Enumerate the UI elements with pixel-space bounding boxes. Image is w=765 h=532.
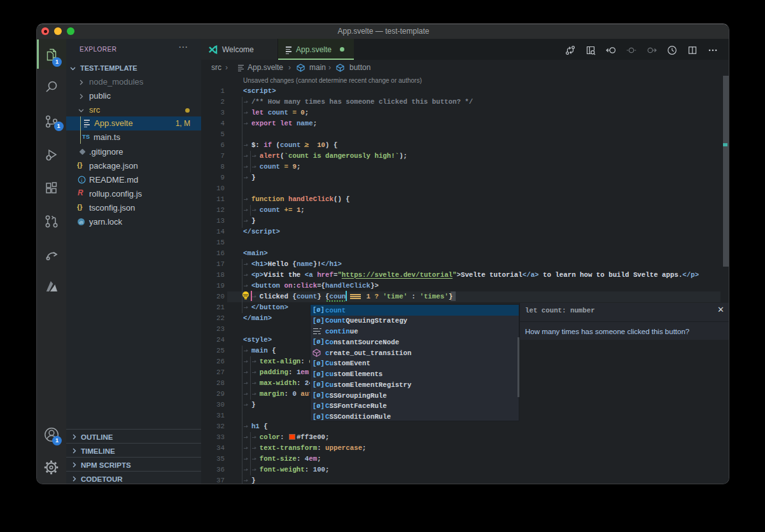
svg-text:i: i [81,176,83,183]
